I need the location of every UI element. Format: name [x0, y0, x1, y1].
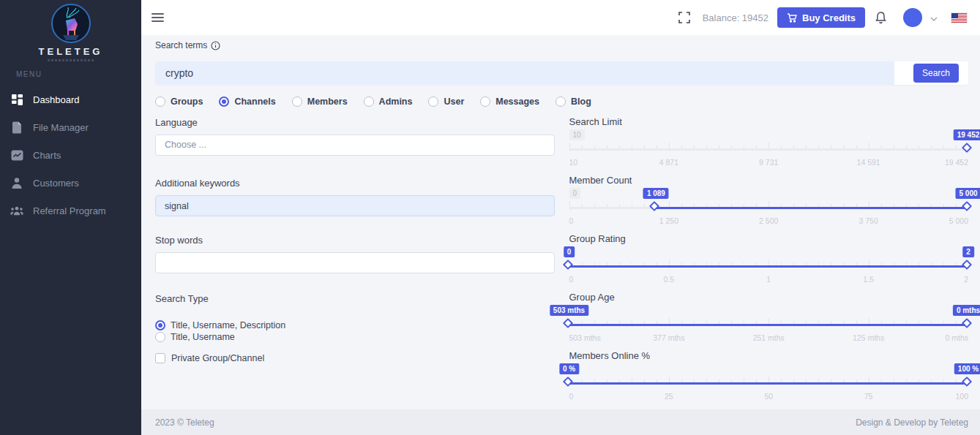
language-select[interactable]: Choose ... [155, 135, 555, 156]
slider-value-tooltip: 503 mths [550, 305, 588, 316]
private-group-checkbox[interactable] [155, 353, 165, 363]
axis-label: 75 [864, 392, 873, 401]
hamburger-menu-icon[interactable] [152, 11, 164, 24]
axis-label: 0 mths [945, 333, 968, 342]
radio-icon[interactable] [219, 97, 229, 107]
axis-label: 14 591 [857, 158, 880, 167]
axis-label: 9 731 [759, 158, 778, 167]
search-type-radio-group: Title, Username, DescriptionTitle, Usern… [155, 320, 555, 342]
sidebar-item-dashboard[interactable]: Dashboard [0, 86, 141, 113]
slider-fill [656, 207, 968, 209]
slider-handle[interactable] [962, 318, 972, 328]
sidebar-item-file-manager[interactable]: File Manager [0, 113, 141, 141]
slider-handle[interactable] [562, 260, 572, 270]
language-label: Language [155, 117, 555, 128]
axis-label: 100 [955, 392, 968, 401]
slider-value-tooltip: 0 % [559, 363, 579, 374]
search-input[interactable] [155, 61, 894, 85]
stopwords-label: Stop words [155, 235, 555, 246]
slider-tooltips: 01 0895 000 [569, 188, 969, 199]
slider-axis: 104 8719 73114 59119 452 [569, 157, 969, 167]
filters-right-column: Search Limit1019 452104 8719 73114 59119… [569, 117, 969, 409]
axis-label: 5 000 [949, 216, 968, 225]
buy-credits-button[interactable]: Buy Credits [777, 7, 865, 28]
notifications-bell-icon[interactable] [875, 11, 887, 24]
slider-fill [569, 265, 969, 268]
slider-label: Members Online % [569, 351, 969, 361]
app-window: TELETEG MENU DashboardFile ManagerCharts… [0, 0, 980, 435]
slider-rail[interactable] [569, 148, 969, 151]
stopwords-input[interactable] [155, 252, 555, 273]
search-terms-label: Search terms [155, 40, 207, 50]
slider-fill [569, 324, 969, 326]
menu-section-label: MENU [0, 61, 141, 78]
category-radio-blog[interactable]: Blog [556, 97, 591, 107]
language-flag-icon[interactable] [951, 13, 967, 23]
slider-track [569, 258, 969, 274]
slider-value-tooltip: 0 mths [953, 305, 980, 316]
category-label: User [444, 97, 464, 107]
chevron-down-icon[interactable] [930, 11, 938, 24]
category-radio-admins[interactable]: Admins [364, 97, 413, 107]
slider-label: Search Limit [569, 117, 969, 127]
slider-handle[interactable] [962, 260, 972, 270]
sidebar-item-customers[interactable]: Customers [0, 169, 141, 197]
sidebar-menu: DashboardFile ManagerChartsCustomersRefe… [0, 86, 141, 224]
keywords-input[interactable] [155, 195, 555, 216]
teleteg-logo-icon [51, 3, 91, 44]
radio-icon[interactable] [155, 97, 165, 107]
info-icon[interactable] [211, 41, 220, 50]
slider-track [569, 200, 969, 216]
axis-label: 4 871 [659, 158, 678, 167]
slider-value-tooltip: 1 089 [643, 188, 669, 199]
axis-label: 251 mths [753, 333, 785, 342]
brand-logo[interactable]: TELETEG [0, 0, 141, 61]
slider-label: Group Age [569, 292, 969, 303]
footer-credit: Design & Develop by Teleteg [856, 417, 968, 428]
slider-handle[interactable] [649, 201, 659, 211]
user-avatar[interactable] [903, 8, 922, 27]
category-radio-messages[interactable]: Messages [480, 97, 539, 107]
slider-tooltips: 02 [569, 246, 969, 257]
slider-handle[interactable] [962, 377, 972, 387]
category-radio-group: GroupsChannelsMembersAdminsUserMessagesB… [155, 97, 968, 107]
search-button[interactable]: Search [913, 64, 959, 83]
private-group-checkbox-row[interactable]: Private Group/Channel [155, 353, 555, 363]
referral-icon [10, 204, 23, 217]
radio-icon[interactable] [155, 332, 165, 342]
category-radio-user[interactable]: User [428, 97, 464, 107]
radio-icon[interactable] [428, 97, 438, 107]
topbar: Balance: 19452 Buy Credits [141, 0, 980, 35]
sidebar-item-charts[interactable]: Charts [0, 141, 141, 169]
sidebar-item-label: Dashboard [33, 94, 80, 105]
axis-label: 3 750 [859, 216, 878, 225]
radio-icon[interactable] [292, 97, 302, 107]
fullscreen-icon[interactable] [678, 12, 690, 23]
slider-handle[interactable] [562, 377, 572, 387]
search-type-radio-title-username[interactable]: Title, Username [155, 332, 555, 342]
slider-value-tooltip: 100 % [954, 363, 980, 374]
radio-icon[interactable] [155, 320, 165, 330]
slider-handle[interactable] [962, 201, 972, 211]
category-radio-members[interactable]: Members [292, 97, 348, 107]
slider-group-rating: Group Rating0200.511.52 [569, 234, 969, 292]
slider-min-label: 10 [569, 129, 585, 140]
sidebar-item-referral-program[interactable]: Referral Program [0, 197, 141, 224]
dashboard-icon [10, 93, 23, 106]
filters-left-column: Language Choose ... Additional keywords … [155, 117, 555, 409]
axis-label: 0 [569, 216, 574, 225]
slider-value-tooltip: 5 000 [955, 188, 980, 199]
slider-handle[interactable] [962, 143, 972, 153]
category-label: Blog [571, 97, 591, 107]
category-radio-channels[interactable]: Channels [219, 97, 275, 107]
radio-icon[interactable] [364, 97, 374, 107]
slider-handle[interactable] [562, 318, 572, 328]
radio-icon[interactable] [480, 97, 490, 107]
slider-tooltips: 503 mths0 mths [569, 305, 969, 316]
category-label: Admins [379, 97, 413, 107]
search-type-radio-title-username-description[interactable]: Title, Username, Description [155, 320, 555, 330]
category-radio-groups[interactable]: Groups [155, 97, 203, 107]
search-bar: Search [155, 61, 968, 85]
buy-credits-label: Buy Credits [802, 12, 856, 23]
radio-icon[interactable] [556, 97, 566, 107]
